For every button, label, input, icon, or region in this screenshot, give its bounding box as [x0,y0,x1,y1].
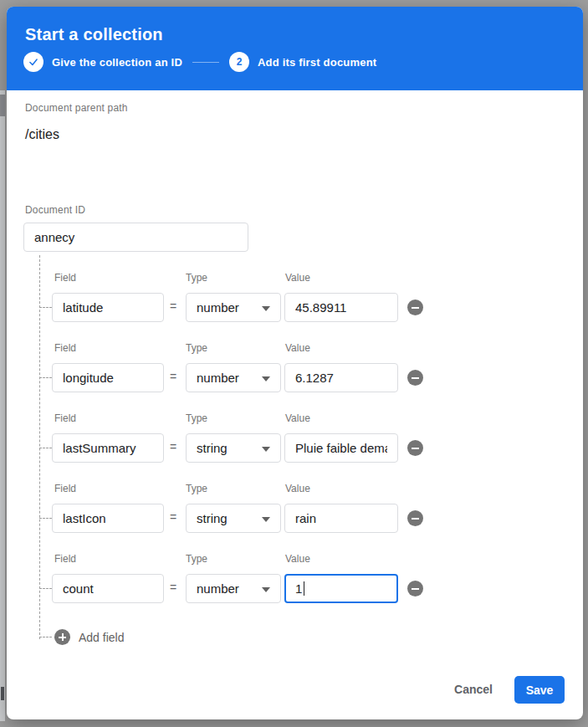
equals-sign: = [167,510,179,524]
parent-path-value: /cities [25,127,59,142]
remove-field-button[interactable] [407,510,423,526]
field-column-label: Field [54,483,76,494]
save-button[interactable]: Save [514,676,565,704]
start-collection-dialog: Start a collection Give the collection a… [7,7,583,719]
field-name-input[interactable] [52,504,164,533]
dropdown-arrow-icon [262,306,270,311]
equals-sign: = [167,300,179,313]
text-cursor [304,581,304,596]
field-type-select[interactable]: number [186,363,281,392]
field-rows: Field Type Value = number Field Type Val… [7,266,583,617]
equals-sign: = [167,440,179,453]
field-row-count: Field Type Value = number [7,547,583,617]
stepper-connector-line [192,62,219,63]
document-id-label: Document ID [25,204,85,216]
field-column-label: Field [54,272,76,284]
value-column-label: Value [285,342,310,354]
field-type-select[interactable]: number [186,574,281,603]
dialog-header: Start a collection Give the collection a… [7,7,583,90]
step-1-collection-id[interactable]: Give the collection an ID [23,52,182,72]
remove-field-button[interactable] [407,440,423,456]
step-1-label: Give the collection an ID [52,56,182,69]
field-type-select[interactable]: string [186,504,281,533]
dropdown-arrow-icon [262,587,270,592]
field-type-value: number [197,371,239,385]
step-2-label: Add its first document [258,56,376,69]
minus-icon [412,307,419,309]
step-2-number-badge: 2 [229,52,249,72]
value-column-label: Value [285,483,310,494]
field-type-select[interactable]: number [186,293,281,322]
type-column-label: Type [186,553,207,565]
field-value-input[interactable] [284,363,398,392]
step-2-first-document[interactable]: 2 Add its first document [229,52,376,72]
minus-icon [412,518,419,520]
minus-icon [412,588,419,590]
minus-icon [412,448,419,449]
dialog-title: Start a collection [25,25,163,44]
add-field-button[interactable]: Add field [54,629,124,645]
parent-path-label: Document parent path [25,102,128,114]
field-name-input[interactable] [52,363,164,392]
value-column-label: Value [285,412,310,424]
dropdown-arrow-icon [262,376,270,381]
type-column-label: Type [186,412,207,424]
field-row-lastsummary: Field Type Value = string [7,407,583,477]
add-field-label: Add field [79,631,124,644]
field-column-label: Field [54,342,76,354]
cancel-button[interactable]: Cancel [445,676,502,703]
remove-field-button[interactable] [407,300,423,315]
document-id-input[interactable] [23,223,248,252]
field-column-label: Field [54,553,76,565]
field-value-input[interactable] [284,504,398,533]
type-column-label: Type [186,342,207,354]
type-column-label: Type [186,483,207,494]
dropdown-arrow-icon [262,447,270,452]
field-value-input[interactable] [284,293,398,322]
field-name-input[interactable] [52,293,164,322]
plus-icon [54,629,70,645]
field-value-input[interactable] [284,433,398,463]
field-row-lasticon: Field Type Value = string [7,477,583,547]
field-row-latitude: Field Type Value = number [7,266,583,336]
step-1-check-icon [23,52,43,72]
value-column-label: Value [285,553,310,565]
field-type-value: string [197,511,228,525]
field-column-label: Field [54,412,76,424]
backdrop-page-fragment [1,687,4,700]
field-row-longitude: Field Type Value = number [7,336,583,407]
backdrop-page-strip [0,90,5,721]
tree-guide-connector [39,637,52,637]
equals-sign: = [167,370,179,383]
remove-field-button[interactable] [407,581,423,596]
stepper: Give the collection an ID 2 Add its firs… [23,52,376,72]
remove-field-button[interactable] [407,370,423,386]
backdrop-page-fragment [0,95,5,116]
field-value-input-focused[interactable] [284,574,398,603]
field-type-value: number [197,300,239,315]
value-column-label: Value [285,272,310,284]
field-name-input[interactable] [52,433,164,463]
field-name-input[interactable] [52,574,164,603]
field-type-select[interactable]: string [186,433,281,463]
field-type-value: number [197,581,239,596]
field-type-value: string [197,441,228,455]
minus-icon [412,377,419,379]
type-column-label: Type [186,272,207,284]
equals-sign: = [167,581,179,594]
dropdown-arrow-icon [262,517,270,522]
